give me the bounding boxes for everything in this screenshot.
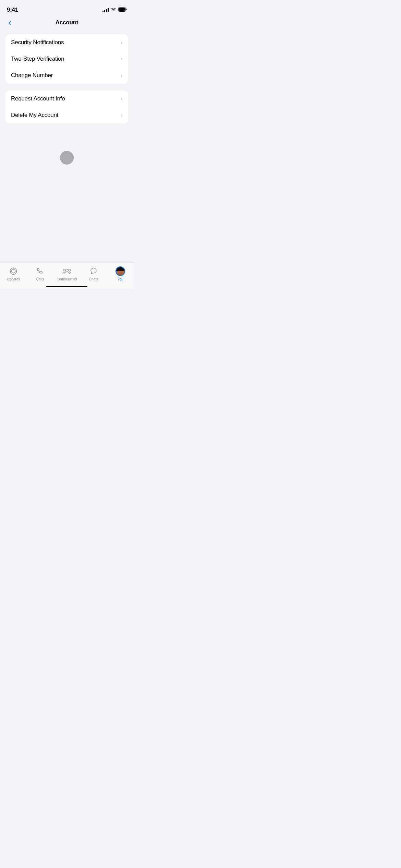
chats-label: Chats bbox=[89, 277, 98, 281]
svg-point-5 bbox=[13, 268, 14, 269]
svg-rect-1 bbox=[126, 9, 127, 10]
you-label: You bbox=[117, 277, 123, 281]
svg-point-8 bbox=[10, 271, 11, 272]
content-area: Security Notifications › Two-Step Verifi… bbox=[0, 29, 134, 165]
svg-rect-2 bbox=[119, 8, 125, 11]
tab-calls[interactable]: Calls bbox=[27, 266, 53, 281]
tab-chats[interactable]: Chats bbox=[80, 266, 107, 281]
you-icon bbox=[116, 266, 125, 276]
change-number-item[interactable]: Change Number › bbox=[5, 67, 128, 84]
chevron-right-icon: › bbox=[121, 95, 123, 102]
home-indicator bbox=[46, 286, 87, 287]
calls-icon bbox=[35, 266, 45, 276]
security-notifications-item[interactable]: Security Notifications › bbox=[5, 34, 128, 51]
svg-point-6 bbox=[16, 271, 17, 272]
scroll-indicator bbox=[60, 151, 74, 165]
svg-point-9 bbox=[65, 269, 68, 272]
status-time: 9:41 bbox=[7, 7, 18, 13]
chevron-right-icon: › bbox=[121, 56, 123, 62]
svg-point-10 bbox=[69, 269, 71, 271]
tab-you[interactable]: You bbox=[107, 266, 134, 281]
communities-label: Communities bbox=[57, 277, 77, 281]
page-title: Account bbox=[56, 19, 78, 26]
svg-point-7 bbox=[13, 274, 14, 275]
svg-point-3 bbox=[10, 268, 17, 275]
avatar bbox=[116, 266, 125, 276]
account-section: Request Account Info › Delete My Account… bbox=[5, 91, 128, 123]
request-account-info-item[interactable]: Request Account Info › bbox=[5, 91, 128, 107]
two-step-verification-item[interactable]: Two-Step Verification › bbox=[5, 51, 128, 67]
svg-point-11 bbox=[63, 269, 65, 271]
battery-icon bbox=[118, 7, 127, 13]
security-section: Security Notifications › Two-Step Verifi… bbox=[5, 34, 128, 84]
back-button[interactable]: ‹ bbox=[5, 16, 14, 29]
chevron-right-icon: › bbox=[121, 39, 123, 46]
signal-icon bbox=[102, 8, 109, 12]
tab-bar: Updates Calls Communities bbox=[0, 263, 134, 289]
tab-updates[interactable]: Updates bbox=[0, 266, 27, 281]
chevron-right-icon: › bbox=[121, 112, 123, 119]
wifi-icon bbox=[111, 7, 116, 13]
status-bar: 9:41 bbox=[0, 0, 134, 15]
updates-icon bbox=[9, 266, 18, 276]
updates-label: Updates bbox=[7, 277, 20, 281]
communities-icon bbox=[62, 266, 72, 276]
delete-my-account-item[interactable]: Delete My Account › bbox=[5, 107, 128, 123]
chats-icon bbox=[89, 266, 98, 276]
status-icons bbox=[102, 7, 127, 13]
svg-point-4 bbox=[12, 269, 15, 273]
tab-communities[interactable]: Communities bbox=[53, 266, 80, 281]
calls-label: Calls bbox=[36, 277, 44, 281]
chevron-right-icon: › bbox=[121, 72, 123, 79]
nav-header: ‹ Account bbox=[0, 15, 134, 29]
